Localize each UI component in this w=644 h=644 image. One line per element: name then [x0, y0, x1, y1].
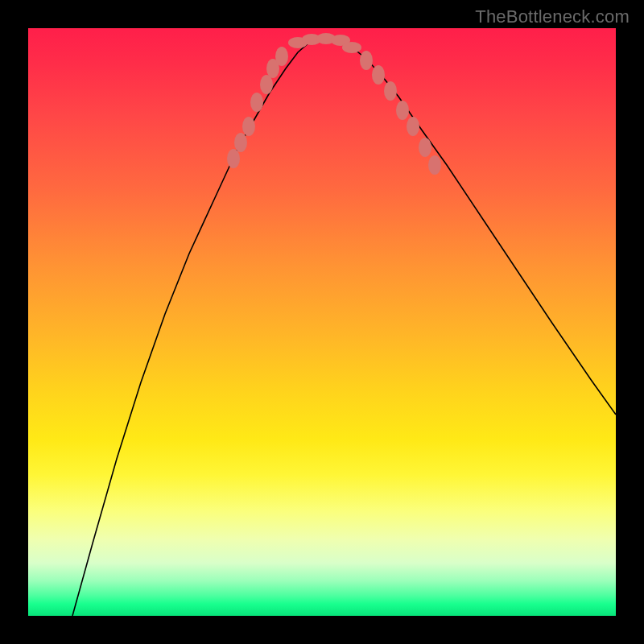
- heat-gradient-background: [28, 28, 616, 616]
- chart-frame: TheBottleneck.com: [0, 0, 644, 644]
- plot-area: [28, 28, 616, 616]
- watermark-text: TheBottleneck.com: [475, 6, 630, 27]
